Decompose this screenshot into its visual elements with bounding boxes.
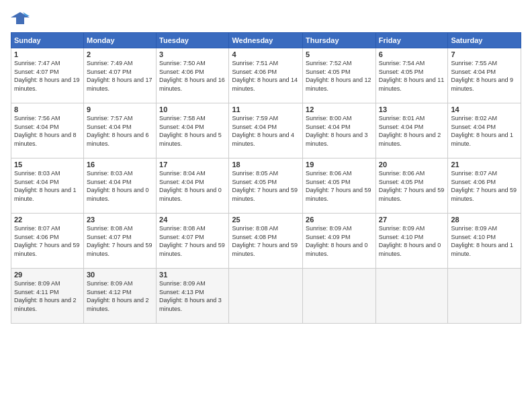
day-number: 31	[159, 271, 226, 279]
calendar-cell: 11 Sunrise: 7:59 AMSunset: 4:04 PMDaylig…	[229, 103, 303, 158]
calendar-cell: 6 Sunrise: 7:54 AMSunset: 4:05 PMDayligh…	[375, 48, 448, 103]
day-info: Sunrise: 7:55 AMSunset: 4:04 PMDaylight:…	[451, 59, 518, 93]
svg-marker-0	[11, 12, 30, 24]
day-info: Sunrise: 8:01 AMSunset: 4:04 PMDaylight:…	[379, 114, 445, 148]
calendar-cell: 1 Sunrise: 7:47 AMSunset: 4:07 PMDayligh…	[11, 48, 84, 103]
calendar-cell: 29 Sunrise: 8:09 AMSunset: 4:11 PMDaylig…	[11, 269, 84, 324]
day-number: 5	[306, 50, 373, 58]
day-number: 9	[87, 105, 153, 113]
weekday-header: Sunday	[11, 33, 84, 48]
logo	[11, 11, 32, 26]
calendar-cell: 26 Sunrise: 8:09 AMSunset: 4:09 PMDaylig…	[303, 214, 376, 269]
calendar-header-row: SundayMondayTuesdayWednesdayThursdayFrid…	[11, 33, 521, 48]
day-info: Sunrise: 8:03 AMSunset: 4:04 PMDaylight:…	[14, 169, 81, 203]
weekday-header: Saturday	[448, 33, 521, 48]
calendar-cell: 8 Sunrise: 7:56 AMSunset: 4:04 PMDayligh…	[11, 103, 84, 158]
day-number: 2	[87, 50, 153, 58]
day-number: 7	[451, 50, 518, 58]
day-info: Sunrise: 8:09 AMSunset: 4:11 PMDaylight:…	[14, 279, 81, 313]
day-info: Sunrise: 8:09 AMSunset: 4:10 PMDaylight:…	[451, 224, 518, 258]
day-info: Sunrise: 7:49 AMSunset: 4:07 PMDaylight:…	[87, 59, 153, 93]
calendar-cell: 13 Sunrise: 8:01 AMSunset: 4:04 PMDaylig…	[375, 103, 448, 158]
day-number: 14	[451, 105, 518, 113]
day-info: Sunrise: 8:05 AMSunset: 4:05 PMDaylight:…	[232, 169, 300, 203]
weekday-header: Wednesday	[229, 33, 303, 48]
calendar-cell: 7 Sunrise: 7:55 AMSunset: 4:04 PMDayligh…	[448, 48, 521, 103]
calendar-page: SundayMondayTuesdayWednesdayThursdayFrid…	[0, 0, 532, 411]
calendar-cell: 18 Sunrise: 8:05 AMSunset: 4:05 PMDaylig…	[229, 158, 303, 214]
day-number: 25	[232, 216, 300, 224]
day-info: Sunrise: 8:09 AMSunset: 4:12 PMDaylight:…	[87, 279, 153, 313]
calendar-week-row: 1 Sunrise: 7:47 AMSunset: 4:07 PMDayligh…	[11, 48, 521, 103]
calendar-cell: 19 Sunrise: 8:06 AMSunset: 4:05 PMDaylig…	[303, 158, 376, 214]
day-number: 29	[14, 271, 81, 279]
weekday-header: Thursday	[303, 33, 376, 48]
calendar-cell: 15 Sunrise: 8:03 AMSunset: 4:04 PMDaylig…	[11, 158, 84, 214]
day-number: 20	[379, 161, 445, 169]
calendar-cell: 2 Sunrise: 7:49 AMSunset: 4:07 PMDayligh…	[83, 48, 156, 103]
calendar-cell: 5 Sunrise: 7:52 AMSunset: 4:05 PMDayligh…	[303, 48, 376, 103]
calendar-cell: 21 Sunrise: 8:07 AMSunset: 4:06 PMDaylig…	[448, 158, 521, 214]
calendar-cell	[229, 269, 303, 324]
calendar-cell: 14 Sunrise: 8:02 AMSunset: 4:04 PMDaylig…	[448, 103, 521, 158]
day-number: 3	[159, 50, 226, 58]
calendar-cell	[448, 269, 521, 324]
calendar-cell: 24 Sunrise: 8:08 AMSunset: 4:07 PMDaylig…	[157, 214, 229, 269]
day-info: Sunrise: 7:54 AMSunset: 4:05 PMDaylight:…	[379, 59, 445, 93]
day-info: Sunrise: 8:06 AMSunset: 4:05 PMDaylight:…	[306, 169, 373, 203]
calendar-cell: 3 Sunrise: 7:50 AMSunset: 4:06 PMDayligh…	[157, 48, 229, 103]
calendar-week-row: 15 Sunrise: 8:03 AMSunset: 4:04 PMDaylig…	[11, 158, 521, 214]
calendar-cell: 30 Sunrise: 8:09 AMSunset: 4:12 PMDaylig…	[83, 269, 156, 324]
calendar-week-row: 22 Sunrise: 8:07 AMSunset: 4:06 PMDaylig…	[11, 214, 521, 269]
day-info: Sunrise: 8:09 AMSunset: 4:10 PMDaylight:…	[379, 224, 445, 258]
day-info: Sunrise: 8:09 AMSunset: 4:09 PMDaylight:…	[306, 224, 373, 258]
day-info: Sunrise: 8:06 AMSunset: 4:05 PMDaylight:…	[379, 169, 445, 203]
day-info: Sunrise: 7:57 AMSunset: 4:04 PMDaylight:…	[87, 114, 153, 148]
day-number: 18	[232, 161, 300, 169]
calendar-cell: 10 Sunrise: 7:58 AMSunset: 4:04 PMDaylig…	[157, 103, 229, 158]
day-info: Sunrise: 7:58 AMSunset: 4:04 PMDaylight:…	[159, 114, 226, 148]
day-info: Sunrise: 8:08 AMSunset: 4:08 PMDaylight:…	[232, 224, 300, 258]
day-info: Sunrise: 8:08 AMSunset: 4:07 PMDaylight:…	[87, 224, 153, 258]
day-info: Sunrise: 7:59 AMSunset: 4:04 PMDaylight:…	[232, 114, 300, 148]
day-number: 24	[159, 216, 226, 224]
day-info: Sunrise: 8:07 AMSunset: 4:06 PMDaylight:…	[451, 169, 518, 203]
calendar-table: SundayMondayTuesdayWednesdayThursdayFrid…	[11, 32, 521, 324]
day-number: 27	[379, 216, 445, 224]
day-info: Sunrise: 7:50 AMSunset: 4:06 PMDaylight:…	[159, 59, 226, 93]
day-number: 11	[232, 105, 300, 113]
calendar-cell: 23 Sunrise: 8:08 AMSunset: 4:07 PMDaylig…	[83, 214, 156, 269]
day-number: 22	[14, 216, 81, 224]
day-number: 1	[14, 50, 81, 58]
calendar-cell: 25 Sunrise: 8:08 AMSunset: 4:08 PMDaylig…	[229, 214, 303, 269]
header	[11, 11, 521, 26]
calendar-cell: 17 Sunrise: 8:04 AMSunset: 4:04 PMDaylig…	[157, 158, 229, 214]
calendar-week-row: 8 Sunrise: 7:56 AMSunset: 4:04 PMDayligh…	[11, 103, 521, 158]
day-info: Sunrise: 8:09 AMSunset: 4:13 PMDaylight:…	[159, 279, 226, 313]
day-number: 26	[306, 216, 373, 224]
day-number: 28	[451, 216, 518, 224]
day-number: 19	[306, 161, 373, 169]
day-info: Sunrise: 8:08 AMSunset: 4:07 PMDaylight:…	[159, 224, 226, 258]
day-info: Sunrise: 8:00 AMSunset: 4:04 PMDaylight:…	[306, 114, 373, 148]
day-info: Sunrise: 7:52 AMSunset: 4:05 PMDaylight:…	[306, 59, 373, 93]
calendar-week-row: 29 Sunrise: 8:09 AMSunset: 4:11 PMDaylig…	[11, 269, 521, 324]
day-number: 16	[87, 161, 153, 169]
weekday-header: Tuesday	[157, 33, 229, 48]
day-number: 23	[87, 216, 153, 224]
calendar-cell: 20 Sunrise: 8:06 AMSunset: 4:05 PMDaylig…	[375, 158, 448, 214]
day-info: Sunrise: 8:04 AMSunset: 4:04 PMDaylight:…	[159, 169, 226, 203]
day-info: Sunrise: 8:03 AMSunset: 4:04 PMDaylight:…	[87, 169, 153, 203]
day-info: Sunrise: 8:07 AMSunset: 4:06 PMDaylight:…	[14, 224, 81, 258]
day-number: 21	[451, 161, 518, 169]
day-number: 30	[87, 271, 153, 279]
weekday-header: Monday	[83, 33, 156, 48]
calendar-cell	[375, 269, 448, 324]
day-number: 12	[306, 105, 373, 113]
day-info: Sunrise: 7:56 AMSunset: 4:04 PMDaylight:…	[14, 114, 81, 148]
weekday-header: Friday	[375, 33, 448, 48]
calendar-cell: 4 Sunrise: 7:51 AMSunset: 4:06 PMDayligh…	[229, 48, 303, 103]
day-number: 17	[159, 161, 226, 169]
calendar-cell: 22 Sunrise: 8:07 AMSunset: 4:06 PMDaylig…	[11, 214, 84, 269]
day-info: Sunrise: 7:51 AMSunset: 4:06 PMDaylight:…	[232, 59, 300, 93]
